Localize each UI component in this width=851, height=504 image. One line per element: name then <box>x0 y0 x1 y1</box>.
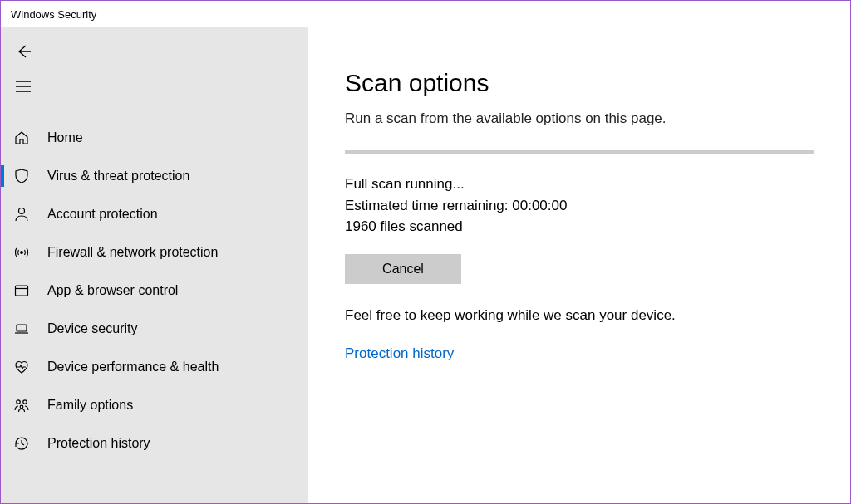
hamburger-button[interactable] <box>1 69 37 104</box>
sidebar-item-protection-history[interactable]: Protection history <box>1 424 308 462</box>
svg-rect-2 <box>16 286 28 296</box>
window-titlebar: Windows Security <box>1 1 850 27</box>
sidebar-item-label: Virus & threat protection <box>47 169 189 183</box>
sidebar-item-home[interactable]: Home <box>1 119 308 157</box>
scan-note: Feel free to keep working while we scan … <box>345 307 814 324</box>
svg-point-5 <box>23 400 27 404</box>
window-icon <box>12 281 31 300</box>
cancel-button[interactable]: Cancel <box>345 254 461 284</box>
svg-point-4 <box>17 400 20 404</box>
sidebar-item-app-browser[interactable]: App & browser control <box>1 272 308 310</box>
sidebar-item-label: Firewall & network protection <box>47 245 218 260</box>
sidebar-item-label: App & browser control <box>47 283 178 298</box>
scan-eta: Estimated time remaining: 00:00:00 <box>345 195 814 217</box>
sidebar-item-label: Protection history <box>47 436 150 451</box>
svg-point-0 <box>19 208 25 214</box>
heart-pulse-icon <box>12 358 31 376</box>
family-icon <box>12 396 31 414</box>
sidebar-item-virus-threat[interactable]: Virus & threat protection <box>1 157 308 195</box>
main-content: Scan options Run a scan from the availab… <box>308 27 850 503</box>
window-title: Windows Security <box>11 8 96 21</box>
antenna-icon <box>12 243 31 262</box>
divider <box>345 150 814 154</box>
nav-list: Home Virus & threat protection Acco <box>1 119 308 462</box>
sidebar-item-performance[interactable]: Device performance & health <box>1 348 308 386</box>
sidebar-item-label: Device performance & health <box>47 360 219 374</box>
sidebar-item-label: Family options <box>47 398 133 413</box>
sidebar: Home Virus & threat protection Acco <box>1 27 308 503</box>
hamburger-icon <box>16 81 31 92</box>
laptop-icon <box>12 320 31 338</box>
sidebar-item-device-security[interactable]: Device security <box>1 310 308 348</box>
scan-status-running: Full scan running... <box>345 174 814 195</box>
sidebar-item-label: Device security <box>47 321 137 336</box>
svg-point-1 <box>21 252 23 254</box>
home-icon <box>12 129 31 147</box>
history-icon <box>12 434 31 453</box>
back-arrow-icon <box>16 43 32 60</box>
person-icon <box>12 205 31 223</box>
sidebar-item-label: Account protection <box>47 207 158 222</box>
scan-files-scanned: 1960 files scanned <box>345 216 814 237</box>
shield-icon <box>12 167 31 185</box>
page-title: Scan options <box>345 69 814 97</box>
svg-point-6 <box>20 405 23 409</box>
page-subtitle: Run a scan from the available options on… <box>345 110 814 127</box>
protection-history-link[interactable]: Protection history <box>345 345 454 362</box>
back-button[interactable] <box>1 34 37 69</box>
svg-rect-3 <box>17 325 27 331</box>
sidebar-item-firewall[interactable]: Firewall & network protection <box>1 233 308 272</box>
sidebar-item-family[interactable]: Family options <box>1 386 308 424</box>
sidebar-item-label: Home <box>47 130 83 145</box>
sidebar-item-account[interactable]: Account protection <box>1 195 308 233</box>
